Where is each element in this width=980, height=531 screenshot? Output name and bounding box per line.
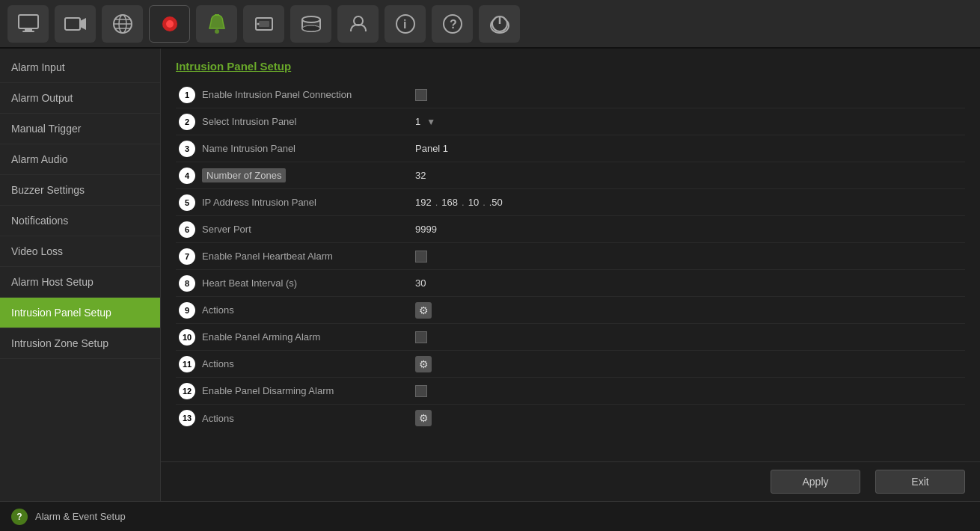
row-label-1: Enable Intrusion Panel Connection [198,89,408,100]
num-zones-label: Number of Zones [202,168,286,182]
row-label-10: Enable Panel Arming Alarm [198,331,408,343]
svg-text:i: i [403,18,406,31]
row-num-10: 10 [176,329,198,346]
row-ip-address: 5 IP Address Intrusion Panel 192 . 168 .… [176,189,965,216]
exit-button[interactable]: Exit [875,470,965,494]
ip-octet2: 168 [441,197,458,208]
toolbar: i ? [0,0,980,49]
ip-octet1: 192 [415,197,432,208]
row-label-3: Name Intrusion Panel [198,143,408,154]
svg-rect-2 [22,31,34,32]
num-zones-value: 32 [415,170,426,181]
svg-point-18 [302,25,320,31]
row-actions-2: 11 Actions ⚙ [176,351,965,378]
row-num-2: 2 [176,114,198,130]
sidebar-item-alarm-output[interactable]: Alarm Output [0,83,160,114]
page-layout: i ? Alarm Input Alarm Output Manual Trig… [0,0,980,531]
row-actions-3: 13 Actions ⚙ [176,405,965,432]
toolbar-record-btn[interactable] [149,5,190,43]
sidebar-item-manual-trigger[interactable]: Manual Trigger [0,114,160,144]
row-value-9: ⚙ [408,302,965,319]
sidebar-item-notifications[interactable]: Notifications [0,206,160,236]
row-value-4: 32 [408,170,965,181]
row-num-1: 1 [176,87,198,103]
content-panel: Intrusion Panel Setup 1 Enable Intrusion… [161,49,980,461]
row-num-9: 9 [176,302,198,319]
row-name-panel: 3 Name Intrusion Panel Panel 1 [176,135,965,162]
row-value-7 [408,251,965,263]
sidebar-item-intrusion-zone-setup[interactable]: Intrusion Zone Setup [0,328,160,359]
row-value-3: Panel 1 [408,143,965,154]
heartbeat-alarm-checkbox[interactable] [415,251,427,263]
row-actions-1: 9 Actions ⚙ [176,297,965,324]
disarming-alarm-checkbox[interactable] [415,385,427,397]
row-server-port: 6 Server Port 9999 [176,216,965,243]
row-label-9: Actions [198,304,408,316]
row-label-12: Enable Panel Disarming Alarm [198,385,408,396]
ip-octet3: 10 [468,197,479,208]
toolbar-device-btn[interactable] [243,5,284,43]
row-label-4: Number of Zones [198,170,408,181]
page-title: Intrusion Panel Setup [176,60,965,73]
toolbar-storage-btn[interactable] [290,5,331,43]
row-value-2: 1 ▼ [408,116,965,127]
row-num-zones: 4 Number of Zones 32 [176,162,965,189]
ip-octet4: .50 [489,197,503,208]
row-num-5: 5 [176,194,198,211]
row-num-8: 8 [176,275,198,292]
toolbar-help-btn[interactable]: ? [432,5,473,43]
toolbar-info-btn[interactable]: i [385,5,426,43]
right-panel: Intrusion Panel Setup 1 Enable Intrusion… [161,49,980,501]
row-label-7: Enable Panel Heartbeat Alarm [198,251,408,262]
row-heartbeat-alarm: 7 Enable Panel Heartbeat Alarm [176,243,965,270]
actions-1-gear-icon[interactable]: ⚙ [415,302,432,319]
actions-2-gear-icon[interactable]: ⚙ [415,356,432,372]
row-label-2: Select Intrusion Panel [198,116,408,127]
svg-rect-1 [25,28,32,31]
sidebar-item-alarm-audio[interactable]: Alarm Audio [0,144,160,175]
row-value-1 [408,89,965,101]
action-buttons: Apply Exit [161,461,980,501]
row-num-6: 6 [176,221,198,238]
row-value-12 [408,385,965,397]
sidebar: Alarm Input Alarm Output Manual Trigger … [0,49,161,501]
svg-point-16 [257,22,259,25]
arming-alarm-checkbox[interactable] [415,331,427,343]
svg-point-17 [302,16,320,22]
toolbar-alarm-btn[interactable] [196,5,237,43]
row-num-4: 4 [176,168,198,184]
content-area: Alarm Input Alarm Output Manual Trigger … [0,49,980,501]
enable-connection-checkbox[interactable] [415,89,427,101]
apply-button[interactable]: Apply [771,470,860,494]
toolbar-display-btn[interactable] [7,5,49,43]
row-heartbeat-interval: 8 Heart Beat Interval (s) 30 [176,270,965,297]
toolbar-camera-btn[interactable] [55,5,96,43]
sidebar-item-alarm-host-setup[interactable]: Alarm Host Setup [0,267,160,298]
row-label-5: IP Address Intrusion Panel [198,197,408,208]
row-value-10 [408,331,965,343]
row-value-11: ⚙ [408,356,965,372]
sidebar-item-buzzer-settings[interactable]: Buzzer Settings [0,175,160,206]
svg-rect-0 [19,15,38,28]
row-num-11: 11 [176,356,198,372]
toolbar-network-btn[interactable] [102,5,143,43]
ip-address-value[interactable]: 192 . 168 . 10 . .50 [415,197,503,208]
row-label-11: Actions [198,358,408,369]
svg-point-11 [166,20,174,28]
toolbar-power-btn[interactable] [479,5,520,43]
sidebar-item-alarm-input[interactable]: Alarm Input [0,52,160,83]
toolbar-account-btn[interactable] [337,5,379,43]
svg-point-12 [215,29,219,34]
row-enable-connection: 1 Enable Intrusion Panel Connection [176,82,965,108]
bottom-help-icon: ? [11,509,28,525]
svg-text:?: ? [450,18,457,31]
bottombar-text: Alarm & Event Setup [35,511,126,522]
server-port-value: 9999 [415,224,437,235]
svg-rect-15 [259,21,269,27]
row-value-6: 9999 [408,224,965,235]
actions-3-gear-icon[interactable]: ⚙ [415,410,432,426]
row-value-13: ⚙ [408,410,965,426]
select-panel-dropdown[interactable]: 1 ▼ [415,116,435,127]
sidebar-item-intrusion-panel-setup[interactable]: Intrusion Panel Setup [0,298,160,328]
sidebar-item-video-loss[interactable]: Video Loss [0,236,160,267]
